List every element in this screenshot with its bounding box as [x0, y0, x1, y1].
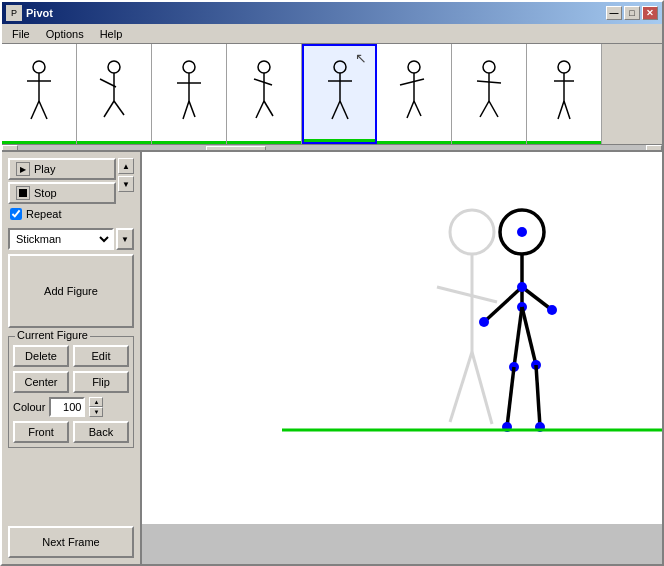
stop-square: [19, 189, 27, 197]
frame-cell[interactable]: [452, 44, 527, 144]
svg-line-13: [183, 101, 189, 119]
play-icon: ▶: [16, 162, 30, 176]
figure-select-row: Stickman ▼: [8, 228, 134, 250]
playback-scroll-buttons: ▲ ▼: [118, 158, 134, 192]
svg-line-55: [507, 367, 514, 427]
delete-edit-row: Delete Edit: [13, 345, 129, 367]
main-window: P Pivot — □ ✕ File Options Help: [0, 0, 664, 566]
svg-line-14: [189, 101, 195, 117]
svg-line-27: [400, 79, 424, 85]
repeat-checkbox[interactable]: [10, 208, 22, 220]
minimize-button[interactable]: —: [606, 6, 622, 20]
svg-point-20: [334, 61, 346, 73]
menubar: File Options Help: [2, 24, 662, 44]
frame-cell[interactable]: [2, 44, 77, 144]
svg-line-19: [264, 101, 273, 116]
svg-line-59: [536, 365, 540, 427]
svg-line-44: [472, 352, 492, 424]
play-button[interactable]: ▶ Play: [8, 158, 116, 180]
svg-line-18: [256, 101, 264, 118]
spin-up-button[interactable]: ▲: [89, 397, 103, 407]
repeat-row: Repeat: [8, 208, 134, 220]
playback-buttons: ▶ Play Stop: [8, 158, 116, 204]
frame-strip-container: ↖: [2, 44, 662, 152]
frame-cell[interactable]: [227, 44, 302, 144]
frame-strip-scrollbar: ◄ ►: [2, 144, 662, 152]
center-button[interactable]: Center: [13, 371, 69, 393]
titlebar: P Pivot — □ ✕: [2, 2, 662, 24]
svg-point-15: [258, 61, 270, 73]
stop-button[interactable]: Stop: [8, 182, 116, 204]
repeat-label[interactable]: Repeat: [26, 208, 61, 220]
current-figure-group: Current Figure Delete Edit Center Flip C…: [8, 336, 134, 448]
center-flip-row: Center Flip: [13, 371, 129, 393]
colour-label: Colour: [13, 401, 45, 413]
frame-cell[interactable]: [77, 44, 152, 144]
svg-point-49: [479, 317, 489, 327]
spin-down-button[interactable]: ▼: [89, 407, 103, 417]
frame-cell[interactable]: [377, 44, 452, 144]
svg-line-4: [39, 101, 47, 119]
colour-row: Colour 100 ▲ ▼: [13, 397, 129, 417]
left-panel: ▶ Play Stop ▲ ▼: [2, 152, 142, 564]
svg-point-5: [108, 61, 120, 73]
svg-line-53: [514, 307, 522, 367]
strip-scroll-track[interactable]: [18, 145, 646, 153]
svg-line-43: [450, 352, 472, 422]
svg-line-38: [558, 101, 564, 119]
svg-point-40: [450, 210, 494, 254]
close-button[interactable]: ✕: [642, 6, 658, 20]
svg-line-42: [437, 287, 497, 302]
svg-line-17: [254, 79, 272, 85]
svg-line-32: [477, 81, 501, 83]
svg-line-24: [340, 101, 348, 119]
back-button[interactable]: Back: [73, 421, 129, 443]
menu-file[interactable]: File: [4, 26, 38, 42]
svg-line-9: [114, 101, 124, 115]
next-frame-button[interactable]: Next Frame: [8, 526, 134, 558]
svg-point-61: [517, 282, 527, 292]
strip-scroll-right[interactable]: ►: [646, 145, 662, 153]
canvas-bottom: [142, 524, 662, 564]
svg-point-46: [517, 227, 527, 237]
stop-icon: [16, 186, 30, 200]
svg-point-51: [547, 305, 557, 315]
front-back-row: Front Back: [13, 421, 129, 443]
figure-dropdown[interactable]: Stickman: [8, 228, 114, 250]
menu-help[interactable]: Help: [92, 26, 131, 42]
scroll-up-button[interactable]: ▲: [118, 158, 134, 174]
dropdown-arrow[interactable]: ▼: [116, 228, 134, 250]
svg-point-0: [33, 61, 45, 73]
playback-group: ▶ Play Stop ▲ ▼: [8, 158, 134, 204]
flip-button[interactable]: Flip: [73, 371, 129, 393]
delete-button[interactable]: Delete: [13, 345, 69, 367]
frame-cell-selected[interactable]: ↖: [302, 44, 377, 144]
strip-scroll-left[interactable]: ◄: [2, 145, 18, 153]
canvas-svg: [142, 152, 662, 564]
edit-button[interactable]: Edit: [73, 345, 129, 367]
frame-cell[interactable]: [527, 44, 602, 144]
titlebar-buttons: — □ ✕: [606, 6, 658, 20]
svg-point-30: [483, 61, 495, 73]
front-button[interactable]: Front: [13, 421, 69, 443]
svg-point-25: [408, 61, 420, 73]
window-title: Pivot: [26, 7, 606, 19]
current-figure-label: Current Figure: [15, 329, 90, 341]
svg-line-8: [104, 101, 114, 117]
frame-strip: ↖: [2, 44, 662, 144]
svg-line-28: [407, 101, 414, 118]
frame-cell[interactable]: [152, 44, 227, 144]
svg-line-29: [414, 101, 421, 116]
svg-line-34: [489, 101, 498, 117]
add-figure-button[interactable]: Add Figure: [8, 254, 134, 328]
scroll-down-button[interactable]: ▼: [118, 176, 134, 192]
svg-line-48: [484, 287, 522, 322]
svg-point-10: [183, 61, 195, 73]
maximize-button[interactable]: □: [624, 6, 640, 20]
menu-options[interactable]: Options: [38, 26, 92, 42]
canvas-area[interactable]: [142, 152, 662, 564]
svg-line-33: [480, 101, 489, 117]
svg-point-35: [558, 61, 570, 73]
colour-input[interactable]: 100: [49, 397, 85, 417]
svg-line-23: [332, 101, 340, 119]
